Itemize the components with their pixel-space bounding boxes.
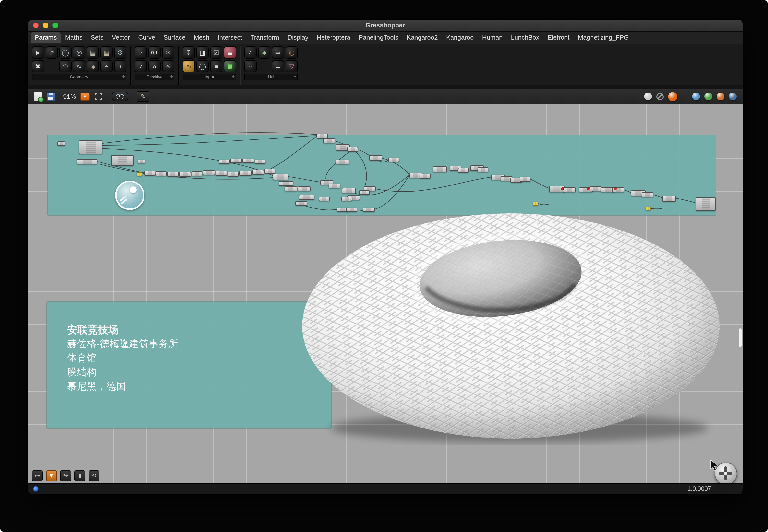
expand-icon[interactable]: + (122, 74, 125, 79)
menu-tab-surface[interactable]: Surface (160, 32, 189, 43)
component-node[interactable] (336, 160, 349, 164)
component-node[interactable] (230, 159, 242, 163)
paintbrush-button[interactable]: ✎ (137, 91, 149, 102)
component-node[interactable] (329, 184, 340, 188)
menu-tab-heteroptera[interactable]: Heteroptera (313, 32, 354, 43)
component-node[interactable] (111, 155, 134, 166)
curve-icon[interactable]: ∿ (73, 60, 85, 72)
warning-badge[interactable] (561, 187, 564, 190)
zoom-dropdown-button[interactable]: ▾ (80, 92, 90, 101)
canvas-gadget-capsule[interactable]: ▮ (74, 470, 85, 481)
component-node[interactable] (179, 172, 191, 177)
component-node[interactable] (144, 171, 155, 176)
component-node[interactable] (265, 169, 275, 174)
component-node[interactable] (138, 160, 145, 163)
component-node[interactable] (359, 190, 370, 195)
warning-badge[interactable] (614, 187, 617, 190)
component-node[interactable] (317, 134, 328, 139)
component-node[interactable] (252, 170, 264, 175)
component-node[interactable] (167, 172, 179, 177)
component-node[interactable] (239, 171, 252, 176)
circle-icon[interactable]: ◎ (73, 46, 85, 59)
star-icon[interactable]: ✳ (162, 60, 174, 72)
component-node[interactable] (590, 186, 602, 191)
component-node[interactable] (433, 166, 447, 172)
component-node[interactable] (77, 159, 97, 164)
knob-icon[interactable]: ◯ (197, 60, 209, 72)
canvas-gadget-loop[interactable]: ↻ (89, 470, 99, 481)
component-node[interactable] (520, 177, 530, 182)
palette-group-label[interactable]: Geometry+ (32, 74, 126, 80)
component-node[interactable] (279, 181, 293, 186)
component-node[interactable] (563, 187, 575, 192)
component-node[interactable] (420, 174, 430, 179)
component-node[interactable] (219, 160, 230, 164)
diamond-icon[interactable]: ◈ (87, 60, 99, 72)
canvas-gadget-slider[interactable]: ⊷ (32, 470, 43, 481)
lasso-icon[interactable]: ↗ (46, 46, 58, 59)
disable-preview-icon[interactable] (656, 93, 664, 100)
zoom-window-button[interactable] (52, 23, 58, 28)
component-node[interactable] (203, 170, 215, 175)
menu-tab-mesh[interactable]: Mesh (190, 32, 213, 43)
palette-group-label[interactable]: Primitive+ (135, 74, 174, 80)
donut-icon[interactable]: ◍ (286, 46, 298, 59)
component-node[interactable] (347, 147, 358, 152)
component-node[interactable] (369, 155, 382, 161)
blue-ball-icon[interactable] (692, 93, 700, 100)
relay-icon[interactable]: ⇨ (272, 46, 284, 59)
box-icon[interactable]: ▦ (100, 46, 113, 59)
burst-icon[interactable]: ✶ (162, 46, 174, 59)
component-node[interactable] (79, 140, 102, 154)
component-node[interactable] (255, 160, 266, 164)
orange-ball-icon[interactable] (717, 93, 724, 100)
component-node[interactable] (342, 188, 356, 193)
cancel-icon[interactable]: ✖ (32, 60, 44, 72)
arc-icon[interactable]: ◠ (59, 60, 71, 72)
menu-tab-vector[interactable]: Vector (108, 32, 134, 43)
component-node[interactable] (295, 201, 307, 206)
snowflake-icon[interactable]: ❆ (114, 46, 126, 59)
green-ball-icon[interactable] (704, 93, 712, 100)
menu-tab-intersect[interactable]: Intersect (214, 32, 246, 43)
preview-eye-button[interactable] (112, 92, 128, 101)
canvas-widget[interactable] (115, 181, 144, 210)
expand-icon[interactable]: + (294, 74, 296, 79)
status-icon[interactable] (33, 486, 39, 492)
checklist-icon[interactable]: ☑ (210, 46, 223, 59)
menu-tab-kangaroo[interactable]: Kangaroo (442, 32, 478, 43)
component-node[interactable] (662, 196, 676, 202)
number-icon[interactable]: 0.1 (148, 46, 161, 59)
warning-badge[interactable] (587, 187, 590, 190)
surface-icon[interactable]: ◖ (114, 60, 126, 72)
expand-icon[interactable]: + (232, 74, 235, 79)
menu-tab-sets[interactable]: Sets (87, 32, 107, 43)
sphere-icon[interactable]: ◓ (100, 60, 113, 72)
component-node[interactable] (216, 171, 227, 176)
component-node[interactable] (156, 171, 166, 176)
component-node[interactable] (228, 172, 239, 177)
menu-tab-transform[interactable]: Transform (246, 32, 283, 43)
component-node[interactable] (285, 186, 297, 191)
tree-icon[interactable]: ♣ (258, 46, 270, 59)
component-node[interactable] (319, 197, 330, 201)
panel-icon[interactable]: ≡ (210, 60, 223, 72)
window-titlebar[interactable]: Grasshopper (28, 20, 743, 32)
cherries-icon[interactable]: •• (245, 60, 257, 72)
jump-icon[interactable]: → (272, 60, 284, 72)
canvas[interactable]: 安联竞技场 赫佐格-德梅隆建筑事务所 体育馆 膜结构 慕尼黑，德国 (28, 104, 743, 483)
component-node[interactable] (273, 174, 289, 180)
menu-tab-display[interactable]: Display (284, 32, 312, 43)
new-document-icon[interactable] (34, 92, 42, 101)
minimize-window-button[interactable] (43, 23, 48, 28)
canvas-gadget-funnel[interactable]: ▼ (46, 470, 57, 481)
palette-group-label[interactable]: Input+ (183, 74, 236, 80)
menu-tab-panelingtools[interactable]: PanelingTools (355, 32, 402, 43)
menu-tab-maths[interactable]: Maths (61, 32, 86, 43)
component-node[interactable] (191, 171, 202, 176)
component-node[interactable] (299, 195, 315, 200)
text-icon[interactable]: A (148, 60, 161, 72)
canvas-gadget-hose[interactable]: ↬ (60, 470, 71, 481)
import-icon[interactable]: ↧ (183, 46, 195, 59)
panel-node[interactable] (137, 172, 142, 176)
